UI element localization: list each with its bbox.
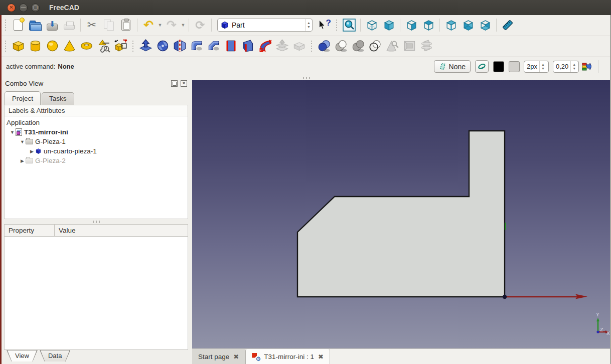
new-document-button[interactable]: [10, 17, 27, 33]
toolbar-handle[interactable]: [4, 41, 8, 52]
panel-splitter[interactable]: [2, 219, 191, 224]
bottom-view-button[interactable]: [460, 17, 477, 33]
refresh-button[interactable]: ⟳: [192, 17, 209, 33]
mirror-button[interactable]: [171, 38, 188, 54]
sphere-button[interactable]: [44, 38, 61, 54]
autogroup-button[interactable]: [579, 59, 594, 75]
axis-indicator: Y Z X: [596, 312, 610, 336]
tree-item-group-2[interactable]: ▶ G-Pieza-2: [5, 156, 188, 165]
expander-icon[interactable]: ▶: [29, 149, 35, 154]
toolbar-handle[interactable]: [4, 20, 8, 31]
working-plane-button[interactable]: None: [434, 60, 471, 73]
axis-label-y: Y: [596, 312, 599, 317]
print-button[interactable]: [61, 17, 78, 33]
boolean-common-icon: [352, 39, 365, 53]
boolean-union-button[interactable]: [316, 38, 333, 54]
measure-button[interactable]: [499, 17, 516, 33]
fillet-button[interactable]: [188, 38, 205, 54]
left-view-button[interactable]: [477, 17, 494, 33]
box-icon: [12, 39, 25, 53]
tree-item-application[interactable]: Application: [5, 118, 188, 127]
maximize-button[interactable]: ▢: [31, 4, 40, 12]
file-toolbar: ⬇ ✂ ↶ ▼ ↷ ▼ ⟳ Part ▲▼ ?: [2, 15, 610, 35]
undo-button[interactable]: ↶: [140, 17, 157, 33]
loft-button[interactable]: [256, 38, 273, 54]
workbench-selector-arrows[interactable]: ▲▼: [305, 19, 312, 31]
close-tab-icon[interactable]: ✖: [233, 353, 239, 360]
front-view-button[interactable]: [380, 17, 397, 33]
top-view-button[interactable]: [403, 17, 420, 33]
mirror-icon: [173, 39, 187, 53]
line-width-spinbox[interactable]: 2px ▲▼: [524, 61, 549, 73]
offset-button[interactable]: [273, 38, 290, 54]
construction-mode-button[interactable]: [475, 60, 489, 73]
tab-data[interactable]: Data: [40, 350, 70, 362]
axonometric-view-button[interactable]: [363, 17, 380, 33]
toolbar-handle[interactable]: [131, 41, 135, 52]
line-color-swatch[interactable]: [493, 61, 504, 72]
shape-builder-icon: [114, 39, 127, 53]
text-scale-spinner[interactable]: ▲▼: [570, 61, 577, 72]
undo-dropdown-arrow[interactable]: ▼: [157, 23, 163, 28]
redo-dropdown-arrow[interactable]: ▼: [180, 23, 186, 28]
face-color-swatch[interactable]: [509, 61, 520, 72]
open-button[interactable]: [27, 17, 44, 33]
check-geometry-button[interactable]: [384, 38, 401, 54]
value-column-header[interactable]: Value: [55, 225, 80, 236]
cone-button[interactable]: [61, 38, 78, 54]
primitives-button[interactable]: [95, 38, 112, 54]
boolean-common-button[interactable]: [350, 38, 367, 54]
expander-icon[interactable]: ▼: [10, 130, 15, 135]
tree-item-part[interactable]: ▶ un-cuarto-pieza-1: [5, 146, 188, 156]
make-face-button[interactable]: [222, 38, 239, 54]
tab-view[interactable]: View: [7, 350, 38, 362]
boolean-cut-icon: [335, 39, 348, 53]
save-button[interactable]: ⬇: [44, 17, 61, 33]
rear-view-button[interactable]: [442, 17, 460, 33]
chamfer-button[interactable]: [205, 38, 222, 54]
expander-icon[interactable]: ▶: [20, 158, 25, 163]
right-view-button[interactable]: [420, 17, 437, 33]
torus-button[interactable]: [78, 38, 95, 54]
close-button[interactable]: ✕: [7, 4, 16, 12]
boolean-cut-button[interactable]: [333, 38, 350, 54]
3d-viewport[interactable]: Y Z X: [192, 80, 610, 348]
axis-label-x: X: [606, 330, 610, 336]
redo-button[interactable]: ↷: [163, 17, 180, 33]
section-button[interactable]: [367, 38, 384, 54]
tree-item-document[interactable]: ▼ T31-mirror-ini: [5, 127, 188, 137]
workbench-selector[interactable]: Part ▲▼: [217, 19, 313, 32]
paste-button[interactable]: [117, 17, 134, 33]
close-panel-icon[interactable]: ✕: [181, 80, 187, 87]
revolve-button[interactable]: [154, 38, 171, 54]
sphere-icon: [46, 39, 59, 53]
tree-item-label: G-Pieza-2: [35, 157, 66, 164]
line-width-spinner[interactable]: ▲▼: [539, 61, 546, 72]
fit-all-button[interactable]: [341, 17, 358, 33]
cylinder-button[interactable]: [27, 38, 44, 54]
box-button[interactable]: [10, 38, 27, 54]
extrude-button[interactable]: [137, 38, 154, 54]
splitter-handle[interactable]: [303, 77, 310, 79]
float-panel-icon[interactable]: [171, 80, 178, 87]
close-tab-icon[interactable]: ✖: [318, 353, 324, 360]
property-column-header[interactable]: Property: [5, 225, 55, 236]
defeaturing-button[interactable]: [401, 38, 418, 54]
tab-document-view[interactable]: ⚙ T31-mirror-ini : 1 ✖: [245, 349, 330, 364]
shape-builder-button[interactable]: [112, 38, 129, 54]
cross-sections-button[interactable]: [418, 38, 435, 54]
cut-button[interactable]: ✂: [83, 17, 100, 33]
minimize-button[interactable]: —: [19, 4, 28, 12]
whatsthis-button[interactable]: ?: [316, 17, 333, 33]
expander-icon[interactable]: ▼: [20, 139, 25, 144]
ruled-surface-button[interactable]: [239, 38, 256, 54]
thickness-button[interactable]: [290, 38, 308, 54]
copy-button[interactable]: [100, 17, 117, 33]
tab-tasks[interactable]: Tasks: [42, 92, 74, 105]
text-scale-spinbox[interactable]: 0,20 ▲▼: [553, 61, 579, 73]
tab-project[interactable]: Project: [5, 91, 41, 105]
toolbar-handle[interactable]: [335, 20, 339, 31]
tree-item-group-1[interactable]: ▼ G-Pieza-1: [5, 137, 188, 146]
tab-start-page[interactable]: Start page ✖: [192, 349, 245, 364]
toolbar-handle[interactable]: [310, 41, 314, 52]
